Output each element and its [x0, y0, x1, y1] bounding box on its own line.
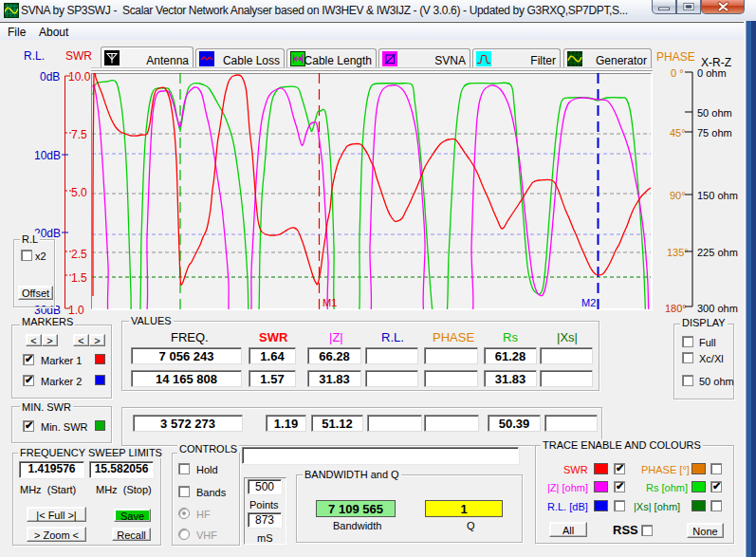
svg-text:M1: M1: [323, 297, 337, 308]
svg-text:M2: M2: [581, 297, 596, 308]
